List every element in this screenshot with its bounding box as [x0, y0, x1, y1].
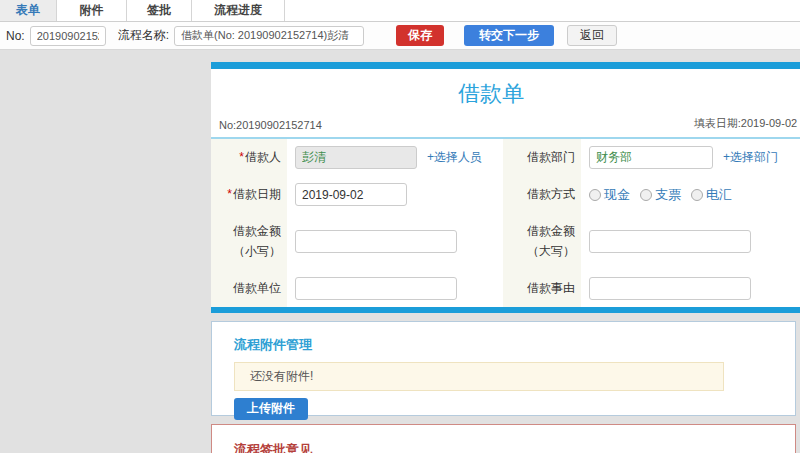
borrower-field-cell: +选择人员	[287, 139, 503, 176]
panel-bottom-bar	[211, 307, 800, 313]
attachment-panel: 流程附件管理 还没有附件! 上传附件	[211, 321, 796, 416]
loan-date-field-cell	[287, 176, 503, 213]
amount-uppercase-field-cell	[581, 213, 800, 269]
form-title: 借款单	[211, 69, 771, 115]
loan-unit-field-cell	[287, 270, 503, 307]
panel-top-bar	[211, 62, 800, 69]
no-input[interactable]	[30, 26, 106, 46]
loan-reason-input[interactable]	[589, 277, 751, 300]
form-meta-row: No:20190902152714 填表日期:2019-09-02 15:27:…	[211, 115, 800, 137]
required-asterisk: *	[227, 185, 232, 204]
form-number: No:20190902152714	[219, 119, 322, 131]
process-name-label: 流程名称:	[118, 27, 169, 44]
required-asterisk: *	[239, 148, 244, 167]
loan-reason-label: 借款事由	[503, 270, 581, 307]
radio-circle-icon[interactable]	[691, 189, 703, 201]
radio-wire-transfer[interactable]: 电汇	[691, 186, 732, 204]
command-bar: No: 流程名称: 保存 转交下一步 返回	[0, 22, 800, 50]
form-grid: * 借款人 +选择人员 借款部门 +选择部门 * 借款日期	[211, 139, 800, 307]
approval-panel: 流程签批意见 B I abc	[211, 424, 796, 453]
borrower-label: * 借款人	[211, 139, 287, 176]
upload-attachment-button[interactable]: 上传附件	[234, 398, 308, 420]
attachment-heading: 流程附件管理	[234, 336, 773, 354]
tab-progress[interactable]: 流程进度	[192, 0, 285, 21]
borrower-input[interactable]	[295, 146, 417, 169]
tab-form[interactable]: 表单	[0, 0, 57, 21]
amount-uppercase-label: 借款金额（大写）	[503, 213, 581, 269]
radio-cheque[interactable]: 支票	[640, 186, 681, 204]
loan-unit-input[interactable]	[295, 277, 457, 300]
select-person-link[interactable]: +选择人员	[427, 149, 482, 166]
department-label: 借款部门	[503, 139, 581, 176]
save-button[interactable]: 保存	[396, 25, 444, 46]
select-department-link[interactable]: +选择部门	[723, 149, 778, 166]
forward-next-step-button[interactable]: 转交下一步	[464, 25, 554, 46]
amount-lowercase-field-cell	[287, 213, 503, 269]
approval-heading: 流程签批意见	[234, 441, 773, 453]
loan-method-label: 借款方式	[503, 176, 581, 213]
loan-method-field-cell: 现金 支票 电汇	[581, 176, 800, 213]
department-input[interactable]	[589, 146, 713, 169]
form-fill-date: 填表日期:2019-09-02 15:27:14	[694, 116, 800, 131]
department-field-cell: +选择部门	[581, 139, 800, 176]
amount-uppercase-input[interactable]	[589, 230, 751, 253]
loan-date-input[interactable]	[295, 183, 407, 206]
tab-attachments[interactable]: 附件	[57, 0, 127, 21]
loan-form-panel: 借款单 No:20190902152714 填表日期:2019-09-02 15…	[211, 62, 800, 313]
process-name-input[interactable]	[174, 26, 364, 46]
amount-lowercase-label: 借款金额（小写）	[211, 213, 287, 269]
attachment-empty-notice: 还没有附件!	[234, 362, 724, 391]
loan-unit-label: 借款单位	[211, 270, 287, 307]
tab-approval[interactable]: 签批	[127, 0, 192, 21]
loan-date-label: * 借款日期	[211, 176, 287, 213]
page-content: 借款单 No:20190902152714 填表日期:2019-09-02 15…	[0, 62, 800, 453]
tab-bar: 表单 附件 签批 流程进度	[0, 0, 800, 22]
amount-lowercase-input[interactable]	[295, 230, 457, 253]
radio-cash[interactable]: 现金	[589, 186, 630, 204]
loan-reason-field-cell	[581, 270, 800, 307]
radio-circle-icon[interactable]	[640, 189, 652, 201]
back-button[interactable]: 返回	[567, 25, 617, 46]
radio-circle-icon[interactable]	[589, 189, 601, 201]
no-label: No:	[6, 29, 25, 43]
